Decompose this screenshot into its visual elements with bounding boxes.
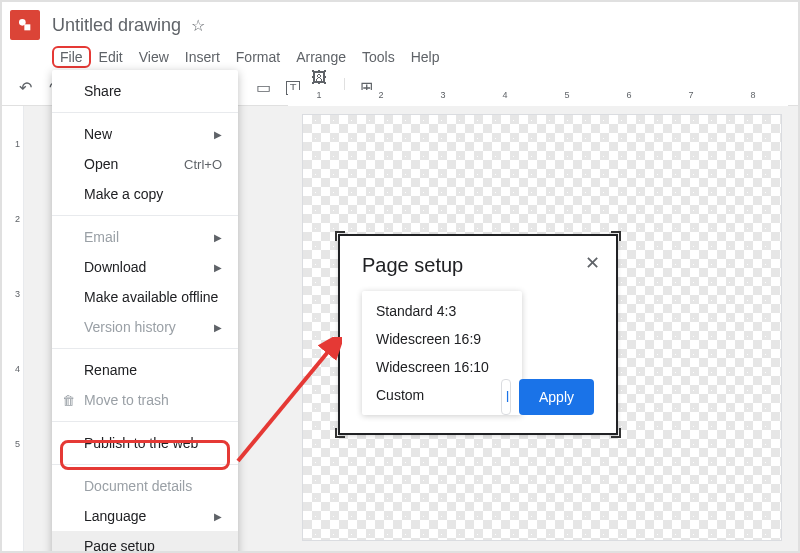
chevron-right-icon: ▶ xyxy=(214,322,222,333)
menu-item-move-trash[interactable]: 🗑Move to trash xyxy=(52,385,238,415)
menu-item-version-history[interactable]: Version history▶ xyxy=(52,312,238,342)
ruler-tick: 5 xyxy=(536,90,598,106)
menu-item-page-setup[interactable]: Page setup xyxy=(52,531,238,553)
menu-item-document-details[interactable]: Document details xyxy=(52,471,238,501)
ruler-tick: 1 xyxy=(2,106,23,181)
menu-format[interactable]: Format xyxy=(228,46,288,68)
ruler-tick: 8 xyxy=(722,90,784,106)
menu-item-download[interactable]: Download▶ xyxy=(52,252,238,282)
ruler-tick: 4 xyxy=(474,90,536,106)
ruler-tick: 2 xyxy=(350,90,412,106)
shapes-icon xyxy=(17,17,33,33)
ruler-tick: 3 xyxy=(2,256,23,331)
menu-bar: File Edit View Insert Format Arrange Too… xyxy=(2,44,798,70)
vertical-ruler: 12345 xyxy=(2,106,24,551)
menu-item-rename[interactable]: Rename xyxy=(52,355,238,385)
option-standard[interactable]: Standard 4:3 xyxy=(362,297,522,325)
label: Move to trash xyxy=(84,392,169,408)
selection-handle xyxy=(611,231,621,241)
title-bar: Untitled drawing ☆ xyxy=(2,2,798,44)
label: Email xyxy=(84,229,119,245)
chevron-right-icon: ▶ xyxy=(214,129,222,140)
cancel-button[interactable]: l xyxy=(501,379,511,415)
ruler-tick: 2 xyxy=(2,181,23,256)
zoom-fit-icon[interactable]: ▭ xyxy=(251,76,275,100)
label: New xyxy=(84,126,112,142)
menu-item-share[interactable]: Share xyxy=(52,76,238,106)
chevron-right-icon: ▶ xyxy=(214,232,222,243)
menu-item-publish[interactable]: Publish to the web xyxy=(52,428,238,458)
ruler-tick: 1 xyxy=(288,90,350,106)
close-icon[interactable]: ✕ xyxy=(585,252,600,274)
label: Version history xyxy=(84,319,176,335)
chevron-right-icon: ▶ xyxy=(214,511,222,522)
dialog-actions: l Apply xyxy=(501,379,594,415)
menu-item-open[interactable]: OpenCtrl+O xyxy=(52,149,238,179)
ruler-tick: 3 xyxy=(412,90,474,106)
horizontal-ruler: 12345678 xyxy=(288,90,788,106)
divider xyxy=(52,464,238,465)
label: Share xyxy=(84,83,121,99)
label: Open xyxy=(84,156,118,172)
menu-help[interactable]: Help xyxy=(403,46,448,68)
chevron-right-icon: ▶ xyxy=(214,262,222,273)
menu-edit[interactable]: Edit xyxy=(91,46,131,68)
selection-handle xyxy=(335,428,345,438)
menu-view[interactable]: View xyxy=(131,46,177,68)
star-icon[interactable]: ☆ xyxy=(191,16,205,35)
label: Make a copy xyxy=(84,186,163,202)
trash-icon: 🗑 xyxy=(62,393,80,408)
file-dropdown-menu: Share New▶ OpenCtrl+O Make a copy Email▶… xyxy=(52,70,238,553)
page-setup-dialog: Page setup ✕ Standard 4:3 Widescreen 16:… xyxy=(338,234,618,435)
dialog-title: Page setup xyxy=(362,254,594,277)
selection-handle xyxy=(611,428,621,438)
ruler-tick: 6 xyxy=(598,90,660,106)
option-widescreen-1610[interactable]: Widescreen 16:10 xyxy=(362,353,522,381)
menu-item-new[interactable]: New▶ xyxy=(52,119,238,149)
ruler-tick: 7 xyxy=(660,90,722,106)
document-title[interactable]: Untitled drawing xyxy=(52,15,181,36)
menu-item-language[interactable]: Language▶ xyxy=(52,501,238,531)
undo-icon[interactable]: ↶ xyxy=(13,76,37,100)
menu-insert[interactable]: Insert xyxy=(177,46,228,68)
menu-item-email[interactable]: Email▶ xyxy=(52,222,238,252)
shortcut: Ctrl+O xyxy=(184,157,222,172)
selection-handle xyxy=(335,231,345,241)
aspect-ratio-select[interactable]: Standard 4:3 Widescreen 16:9 Widescreen … xyxy=(362,291,522,415)
label: Make available offline xyxy=(84,289,218,305)
menu-file[interactable]: File xyxy=(52,46,91,68)
menu-item-offline[interactable]: Make available offline xyxy=(52,282,238,312)
apply-button[interactable]: Apply xyxy=(519,379,594,415)
option-custom[interactable]: Custom xyxy=(362,381,522,409)
ruler-tick: 5 xyxy=(2,406,23,481)
option-widescreen-169[interactable]: Widescreen 16:9 xyxy=(362,325,522,353)
label: Language xyxy=(84,508,146,524)
divider xyxy=(52,112,238,113)
label: Publish to the web xyxy=(84,435,198,451)
divider xyxy=(52,348,238,349)
ruler-tick: 4 xyxy=(2,331,23,406)
label: Rename xyxy=(84,362,137,378)
menu-tools[interactable]: Tools xyxy=(354,46,403,68)
menu-arrange[interactable]: Arrange xyxy=(288,46,354,68)
svg-rect-1 xyxy=(24,24,30,30)
label: Page setup xyxy=(84,538,155,553)
label: Document details xyxy=(84,478,192,494)
divider xyxy=(52,215,238,216)
divider xyxy=(52,421,238,422)
menu-item-make-copy[interactable]: Make a copy xyxy=(52,179,238,209)
label: Download xyxy=(84,259,146,275)
drawings-logo-icon xyxy=(10,10,40,40)
